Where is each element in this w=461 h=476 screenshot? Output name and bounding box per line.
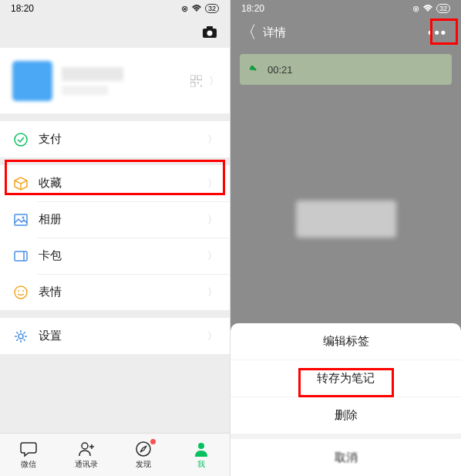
gap: [0, 157, 230, 165]
tab-label: 通讯录: [75, 459, 98, 470]
sheet-label: 编辑标签: [323, 334, 369, 349]
camera-row: [0, 17, 230, 48]
status-bar: 18:20 ⊗ 32: [230, 0, 461, 17]
tab-label: 发现: [136, 459, 151, 470]
chevron-right-icon: 〉: [207, 177, 217, 191]
cards-icon: [12, 248, 29, 265]
svg-point-18: [198, 443, 204, 449]
notification-dot: [150, 439, 156, 444]
detail-header: 〈 详情 •••: [230, 17, 461, 48]
svg-rect-6: [197, 82, 199, 83]
chevron-right-icon: 〉: [207, 213, 217, 227]
pay-icon: [12, 131, 29, 148]
menu-album[interactable]: 相册 〉: [0, 201, 230, 238]
menu-pay[interactable]: 支付 〉: [0, 121, 230, 157]
svg-point-16: [82, 443, 88, 449]
menu-settings[interactable]: 设置 〉: [0, 318, 230, 354]
sheet-cancel[interactable]: 取消: [230, 439, 461, 476]
discover-icon: [134, 441, 153, 457]
sheet-label: 取消: [335, 451, 358, 465]
status-indicators: ⊗ 32: [412, 4, 450, 14]
sheet-label: 转存为笔记: [317, 371, 375, 386]
menu-favorites[interactable]: 收藏 〉: [0, 165, 230, 201]
svg-rect-11: [15, 252, 27, 261]
svg-point-13: [18, 290, 19, 292]
chevron-right-icon: 〉: [209, 74, 219, 88]
menu-label: 支付: [39, 132, 207, 147]
alarm-icon: ⊗: [412, 4, 419, 14]
svg-point-2: [207, 31, 213, 36]
sheet-edit-tag[interactable]: 编辑标签: [230, 323, 461, 360]
album-icon: [12, 211, 29, 228]
status-bar: 18:20 ⊗ 32: [0, 0, 230, 17]
menu-group-main: 收藏 〉 相册 〉 卡包 〉 表情 〉: [0, 165, 230, 310]
contacts-icon: [77, 441, 96, 457]
tab-bar: 微信 通讯录 发现 我: [0, 433, 230, 476]
tab-label: 微信: [21, 459, 36, 470]
svg-rect-3: [190, 75, 195, 79]
status-time: 18:20: [241, 3, 264, 14]
menu-label: 相册: [39, 212, 207, 227]
sheet-save-as-note[interactable]: 转存为笔记: [230, 360, 461, 397]
camera-icon[interactable]: [202, 26, 217, 39]
voice-icon: [249, 64, 260, 75]
content-blur: [296, 201, 396, 238]
chevron-right-icon: 〉: [207, 285, 217, 299]
svg-rect-7: [200, 85, 202, 86]
profile-id-blur: [62, 86, 108, 95]
sheet-label: 删除: [335, 408, 358, 423]
status-indicators: ⊗ 32: [181, 4, 219, 14]
svg-point-12: [15, 286, 27, 299]
qrcode-icon[interactable]: [190, 75, 202, 86]
tab-label: 我: [197, 459, 205, 470]
me-icon: [192, 441, 210, 457]
svg-point-17: [136, 442, 150, 456]
back-icon[interactable]: 〈: [240, 21, 257, 44]
svg-point-19: [254, 69, 257, 71]
svg-rect-1: [207, 26, 213, 29]
wifi-icon: [422, 5, 433, 12]
more-icon[interactable]: •••: [423, 22, 452, 44]
status-time: 18:20: [11, 3, 34, 14]
chevron-right-icon: 〉: [207, 249, 217, 263]
chat-icon: [19, 441, 38, 457]
menu-sticker[interactable]: 表情 〉: [0, 274, 230, 310]
svg-rect-5: [190, 82, 195, 86]
menu-label: 设置: [39, 329, 207, 343]
svg-point-14: [22, 290, 24, 292]
svg-rect-4: [197, 75, 202, 79]
tab-wechat[interactable]: 微信: [0, 434, 58, 476]
screen-me: 18:20 ⊗ 32 〉 支付 〉: [0, 0, 230, 476]
gap: [0, 310, 230, 318]
menu-group-pay: 支付 〉: [0, 121, 230, 157]
tab-contacts[interactable]: 通讯录: [58, 434, 116, 476]
tab-discover[interactable]: 发现: [115, 434, 173, 476]
avatar: [12, 61, 52, 101]
menu-group-settings: 设置 〉: [0, 318, 230, 354]
profile-card[interactable]: 〉: [0, 48, 230, 113]
sheet-delete[interactable]: 删除: [230, 397, 461, 434]
svg-point-8: [15, 133, 27, 146]
gear-icon: [12, 328, 29, 345]
chevron-right-icon: 〉: [207, 329, 217, 343]
sticker-icon: [12, 284, 29, 301]
menu-label: 表情: [39, 285, 207, 299]
menu-cards[interactable]: 卡包 〉: [0, 238, 230, 274]
svg-point-10: [22, 216, 25, 218]
battery-icon: 32: [205, 4, 219, 13]
gap: [0, 113, 230, 121]
alarm-icon: ⊗: [181, 4, 188, 14]
wifi-icon: [191, 5, 202, 12]
battery-icon: 32: [436, 4, 450, 13]
chevron-right-icon: 〉: [207, 133, 217, 147]
favorites-icon: [12, 175, 29, 192]
menu-label: 卡包: [39, 248, 207, 263]
menu-label: 收藏: [39, 176, 207, 191]
action-sheet: 编辑标签 转存为笔记 删除 取消: [230, 323, 461, 476]
tab-me[interactable]: 我: [173, 434, 230, 476]
screen-detail: 18:20 ⊗ 32 〈 详情 ••• 00:21 编辑标: [230, 0, 461, 476]
voice-duration: 00:21: [268, 64, 293, 76]
header-title: 详情: [263, 25, 423, 40]
voice-message[interactable]: 00:21: [240, 54, 452, 85]
svg-rect-9: [15, 214, 27, 225]
